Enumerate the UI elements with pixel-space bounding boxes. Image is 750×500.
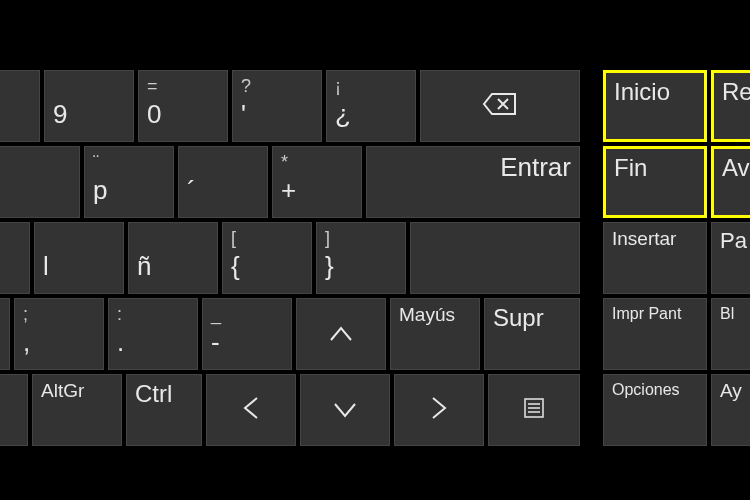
key-impr-pant[interactable]: Impr Pant [603, 298, 707, 370]
key-accent-label: ´ [187, 177, 259, 203]
down-arrow-icon [331, 395, 359, 425]
key-fin-label: Fin [614, 155, 696, 181]
key-9-shift [53, 77, 125, 97]
key-partial-left-r3[interactable] [0, 222, 30, 294]
key-enter[interactable]: Entrar [366, 146, 580, 218]
key-p-label: p [93, 177, 165, 203]
key-mayus-label: Mayús [399, 305, 471, 326]
backspace-icon [482, 91, 518, 121]
key-p-shift: ¨ [93, 153, 165, 173]
key-ayuda-label: Ay [720, 381, 750, 402]
key-l-label: l [43, 253, 115, 279]
key-l-shift [43, 229, 115, 249]
key-insertar[interactable]: Insertar [603, 222, 707, 294]
key-9[interactable]: 9 [44, 70, 134, 142]
key-enye[interactable]: ñ [128, 222, 218, 294]
key-inverted-exclaim[interactable]: ¡ ¿ [326, 70, 416, 142]
key-plus[interactable]: * + [272, 146, 362, 218]
key-question[interactable]: ? ' [232, 70, 322, 142]
key-ctrl[interactable]: Ctrl [126, 374, 202, 446]
key-up-arrow[interactable] [296, 298, 386, 370]
key-period[interactable]: : . [108, 298, 198, 370]
key-plus-shift: * [281, 153, 353, 173]
key-menu[interactable] [488, 374, 580, 446]
key-insertar-label: Insertar [612, 229, 698, 250]
key-comma[interactable]: ; , [14, 298, 104, 370]
key-ayuda[interactable]: Ay [711, 374, 750, 446]
right-arrow-icon [429, 394, 449, 427]
key-bloq[interactable]: Bl [711, 298, 750, 370]
key-8-shift: ) [0, 77, 31, 97]
key-imprpant-label: Impr Pant [612, 305, 698, 323]
key-comma-shift: ; [23, 305, 95, 325]
key-cbrace-shift: ] [325, 229, 397, 249]
key-ctrl-label: Ctrl [135, 381, 193, 407]
key-o[interactable]: o [0, 146, 80, 218]
key-question-shift: ? [241, 77, 313, 97]
key-dash-label: - [211, 329, 283, 355]
key-avpag-label: Av [722, 155, 750, 181]
key-enter-label: Entrar [500, 153, 571, 182]
key-0-shift: = [147, 77, 219, 97]
key-right-arrow[interactable] [394, 374, 484, 446]
key-shift-mayus[interactable]: Mayús [390, 298, 480, 370]
key-obrace-label: { [231, 253, 303, 279]
key-fin[interactable]: Fin [603, 146, 707, 218]
key-dash[interactable]: _ - [202, 298, 292, 370]
key-l[interactable]: l [34, 222, 124, 294]
key-down-arrow[interactable] [300, 374, 390, 446]
key-8[interactable]: ) 8 [0, 70, 40, 142]
key-inicio-label: Inicio [614, 79, 696, 105]
key-left-arrow[interactable] [206, 374, 296, 446]
key-enye-shift [137, 229, 209, 249]
key-0-label: 0 [147, 101, 219, 127]
key-9-label: 9 [53, 101, 125, 127]
key-repag-label: Re [722, 79, 750, 105]
key-close-brace[interactable]: ] } [316, 222, 406, 294]
key-bloq-label: Bl [720, 305, 750, 323]
key-iexcl-shift: ¡ [335, 77, 407, 97]
left-arrow-icon [241, 394, 261, 427]
key-partial-left-r5[interactable] [0, 374, 28, 446]
key-p[interactable]: ¨ p [84, 146, 174, 218]
key-accent-shift [187, 153, 259, 173]
key-comma-label: , [23, 329, 95, 355]
key-supr[interactable]: Supr [484, 298, 580, 370]
key-enter-lower[interactable] [410, 222, 580, 294]
key-question-label: ' [241, 101, 313, 127]
key-iexcl-label: ¿ [335, 101, 407, 127]
key-dash-shift: _ [211, 305, 283, 325]
key-opciones-label: Opciones [612, 381, 698, 399]
up-arrow-icon [327, 319, 355, 349]
key-period-shift: : [117, 305, 189, 325]
key-0[interactable]: = 0 [138, 70, 228, 142]
key-obrace-shift: [ [231, 229, 303, 249]
key-accent[interactable]: ´ [178, 146, 268, 218]
key-altgr[interactable]: AltGr [32, 374, 122, 446]
key-o-label: o [0, 177, 71, 203]
key-avpag[interactable]: Av [711, 146, 750, 218]
key-repag[interactable]: Re [711, 70, 750, 142]
key-partial-left-r4[interactable] [0, 298, 10, 370]
key-opciones[interactable]: Opciones [603, 374, 707, 446]
key-o-shift [0, 153, 71, 173]
key-cbrace-label: } [325, 253, 397, 279]
key-pausa[interactable]: Pa [711, 222, 750, 294]
key-inicio[interactable]: Inicio [603, 70, 707, 142]
key-open-brace[interactable]: [ { [222, 222, 312, 294]
key-backspace[interactable] [420, 70, 580, 142]
key-enye-label: ñ [137, 253, 209, 279]
key-8-label: 8 [0, 101, 31, 127]
key-pausa-label: Pa [720, 229, 750, 253]
menu-icon [523, 397, 545, 423]
key-plus-label: + [281, 177, 353, 203]
key-altgr-label: AltGr [41, 381, 113, 402]
key-supr-label: Supr [493, 305, 571, 331]
key-period-label: . [117, 329, 189, 355]
